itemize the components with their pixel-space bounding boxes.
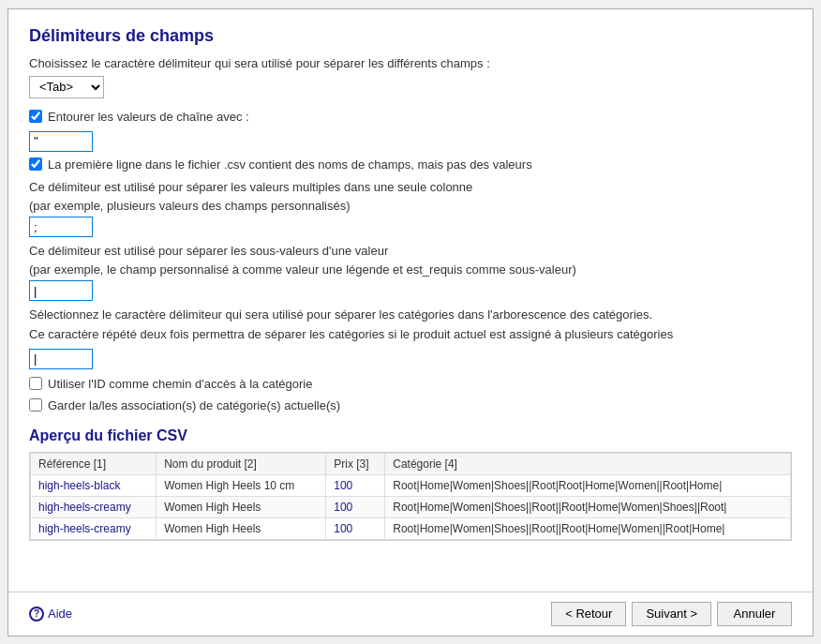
cell-name: Women High Heels 10 cm xyxy=(157,474,326,496)
cell-category: Root|Home|Women|Shoes||Root||Root|Home|W… xyxy=(385,517,791,539)
category-desc1: Sélectionnez le caractère délimiteur qui… xyxy=(29,307,792,323)
subvalue-desc1: Ce délimiteur est utilisé pour séparer l… xyxy=(29,243,792,260)
col-header-ref: Référence [1] xyxy=(31,453,157,474)
col-header-name: Nom du produit [2] xyxy=(157,453,326,474)
cell-ref: high-heels-creamy xyxy=(31,517,157,539)
multi-value-desc2: (par exemple, plusieurs valeurs des cham… xyxy=(29,198,792,215)
cell-price: 100 xyxy=(326,474,385,496)
table-header-row: Référence [1] Nom du produit [2] Prix [3… xyxy=(31,453,791,474)
dialog-content: Délimiteurs de champs Choisissez le cara… xyxy=(8,9,813,592)
preview-title: Aperçu du fichier CSV xyxy=(29,427,792,444)
csv-table: Référence [1] Nom du produit [2] Prix [3… xyxy=(30,453,791,540)
footer-left: ? Aide xyxy=(29,607,72,622)
enclose-checkbox-row: Entourer les valeurs de chaîne avec : xyxy=(29,110,792,124)
main-description: Choisissez le caractère délimiteur qui s… xyxy=(29,55,792,72)
help-link[interactable]: ? Aide xyxy=(29,607,72,622)
cell-name: Women High Heels xyxy=(157,517,326,539)
use-id-label: Utiliser l'ID comme chemin d'accès à la … xyxy=(48,377,312,391)
cell-ref: high-heels-creamy xyxy=(31,496,157,517)
col-header-category: Catégorie [4] xyxy=(385,453,791,474)
subvalue-desc2: (par exemple, le champ personnalisé à co… xyxy=(29,262,792,278)
category-desc2: Ce caractère répété deux fois permettra … xyxy=(29,326,792,343)
category-input-container xyxy=(29,349,792,369)
col-header-price: Prix [3] xyxy=(326,453,385,474)
firstline-checkbox[interactable] xyxy=(29,157,42,171)
cell-ref: high-heels-black xyxy=(31,474,157,496)
enclose-checkbox[interactable] xyxy=(29,110,42,123)
back-button[interactable]: < Retour xyxy=(551,602,626,626)
main-dialog: Délimiteurs de champs Choisissez le cara… xyxy=(7,8,814,637)
tab-delimiter-select[interactable]: <Tab> , ; | xyxy=(29,76,104,98)
use-id-checkbox[interactable] xyxy=(29,377,42,390)
firstline-checkbox-row: La première ligne dans le fichier .csv c… xyxy=(29,157,792,172)
cell-name: Women High Heels xyxy=(157,496,326,517)
use-id-checkbox-row: Utiliser l'ID comme chemin d'accès à la … xyxy=(29,377,792,391)
dialog-footer: ? Aide < Retour Suivant > Annuler xyxy=(8,592,813,636)
cell-price: 100 xyxy=(326,496,385,517)
enclose-label: Entourer les valeurs de chaîne avec : xyxy=(48,110,249,124)
keep-assoc-label: Garder la/les association(s) de catégori… xyxy=(48,398,340,412)
subvalue-input[interactable] xyxy=(29,280,93,301)
keep-assoc-checkbox[interactable] xyxy=(29,398,42,412)
help-icon: ? xyxy=(29,607,44,622)
category-input[interactable] xyxy=(29,349,93,369)
enclose-input[interactable] xyxy=(29,131,93,152)
preview-section: Aperçu du fichier CSV Référence [1] Nom … xyxy=(29,427,792,541)
tab-select-row: <Tab> , ; | xyxy=(29,76,792,98)
keep-assoc-checkbox-row: Garder la/les association(s) de catégori… xyxy=(29,398,792,412)
table-row: high-heels-blackWomen High Heels 10 cm10… xyxy=(31,474,791,496)
table-row: high-heels-creamyWomen High Heels100Root… xyxy=(31,496,791,517)
multi-value-input[interactable] xyxy=(29,217,93,237)
footer-right: < Retour Suivant > Annuler xyxy=(551,602,792,626)
firstline-label: La première ligne dans le fichier .csv c… xyxy=(48,157,532,172)
cancel-button[interactable]: Annuler xyxy=(717,602,792,626)
multi-value-desc1: Ce délimiteur est utilisé pour séparer l… xyxy=(29,179,792,196)
csv-table-wrapper: Référence [1] Nom du produit [2] Prix [3… xyxy=(29,452,792,541)
table-row: high-heels-creamyWomen High Heels100Root… xyxy=(31,517,791,539)
dialog-title: Délimiteurs de champs xyxy=(29,26,792,46)
cell-category: Root|Home|Women|Shoes||Root||Root|Home|W… xyxy=(385,496,791,517)
help-label: Aide xyxy=(48,607,72,621)
next-button[interactable]: Suivant > xyxy=(632,602,711,626)
cell-price: 100 xyxy=(326,517,385,539)
cell-category: Root|Home|Women|Shoes||Root|Root|Home|Wo… xyxy=(385,474,791,496)
